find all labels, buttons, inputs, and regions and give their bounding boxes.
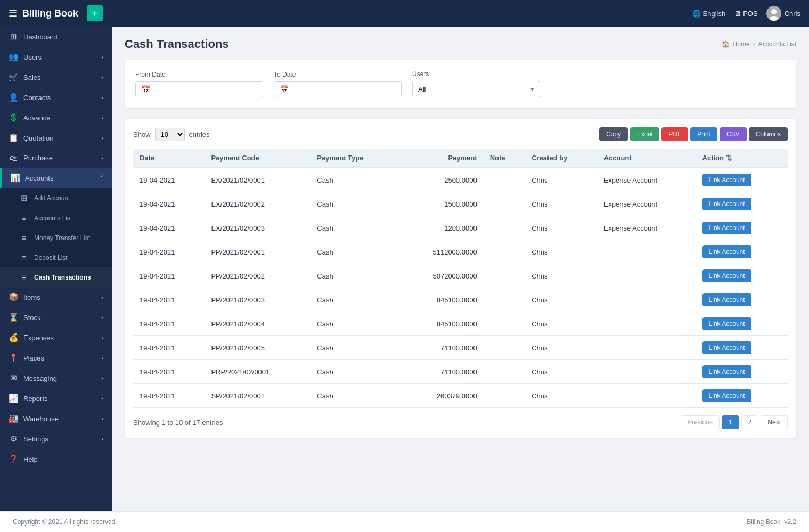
table-footer: Showing 1 to 10 of 17 entries Previous 1…: [133, 415, 788, 429]
sidebar-item-settings[interactable]: ⚙ Settings ›: [0, 429, 112, 449]
next-button[interactable]: Next: [761, 415, 788, 429]
cell-note: [484, 336, 526, 360]
prev-button[interactable]: Previous: [681, 415, 720, 429]
sidebar-item-deposit-list[interactable]: ≡ Deposit List: [0, 248, 112, 267]
show-label: Show: [133, 130, 151, 138]
csv-button[interactable]: CSV: [720, 127, 747, 141]
language-label: English: [703, 10, 726, 18]
cell-note: [484, 312, 526, 336]
cell-date: 19-04-2021: [133, 384, 205, 408]
col-payment-type: Payment Type: [310, 149, 398, 168]
copy-button[interactable]: Copy: [599, 127, 628, 141]
transactions-table: Date Payment Code Payment Type Payment N…: [133, 149, 788, 408]
cell-payment-code: EX/2021/02/0003: [205, 216, 310, 240]
cell-payment-type: Cash: [310, 264, 398, 288]
sidebar-item-stock[interactable]: ⏳ Stock ›: [0, 307, 112, 328]
users-select[interactable]: All: [413, 81, 525, 97]
link-account-button[interactable]: Link Account: [702, 269, 751, 282]
cell-payment-code: PP/2021/02/0005: [205, 336, 310, 360]
sidebar-item-messaging[interactable]: ✉ Messaging ›: [0, 368, 112, 388]
show-entries: Show 10 25 50 100 entries: [133, 128, 210, 141]
cell-created-by: Chris: [525, 360, 597, 384]
accounts-icon: 📊: [10, 173, 20, 183]
cell-payment-type: Cash: [310, 312, 398, 336]
columns-button[interactable]: Columns: [749, 127, 788, 141]
sidebar-item-advance[interactable]: 💲 Advance ›: [0, 108, 112, 128]
table-body: 19-04-2021 EX/2021/02/0001 Cash 2500.000…: [133, 168, 788, 408]
sidebar-item-accounts-list[interactable]: ≡ Accounts List: [0, 208, 112, 228]
sidebar-item-sales[interactable]: 🛒 Sales ›: [0, 67, 112, 87]
calendar-icon: 📅: [141, 85, 150, 94]
link-account-button[interactable]: Link Account: [702, 245, 751, 258]
page-title: Cash Transactions: [125, 37, 229, 51]
sidebar-item-dashboard[interactable]: ⊞ Dashboard: [0, 27, 112, 47]
link-account-button[interactable]: Link Account: [702, 198, 751, 210]
sidebar-item-label: Stock: [23, 314, 96, 322]
excel-button[interactable]: Excel: [630, 127, 659, 141]
sidebar-item-quotation[interactable]: 📋 Quotation ›: [0, 128, 112, 148]
pos-button[interactable]: 🖥 POS: [734, 10, 757, 18]
cell-date: 19-04-2021: [133, 240, 205, 264]
help-icon: ❓: [9, 454, 18, 464]
cell-account: [598, 288, 696, 312]
breadcrumb-home[interactable]: Home: [733, 40, 750, 48]
sidebar-item-help[interactable]: ❓ Help: [0, 449, 112, 469]
sidebar-item-accounts[interactable]: 📊 Accounts ˅: [0, 168, 112, 188]
link-account-button[interactable]: Link Account: [702, 365, 751, 378]
sidebar-item-items[interactable]: 📦 Items ›: [0, 287, 112, 307]
chevron-right-icon: ›: [101, 334, 103, 341]
sidebar-item-label: Dashboard: [23, 33, 103, 41]
cell-payment-code: PP/2021/02/0004: [205, 312, 310, 336]
cell-payment-type: Cash: [310, 168, 398, 192]
language-switcher[interactable]: 🌐 English: [692, 10, 726, 18]
pdf-button[interactable]: PDF: [661, 127, 688, 141]
cell-note: [484, 168, 526, 192]
page-1-button[interactable]: 1: [722, 415, 739, 429]
add-button[interactable]: +: [87, 5, 103, 21]
link-account-button[interactable]: Link Account: [702, 389, 751, 402]
cash-icon: ≡: [19, 273, 29, 282]
sidebar-item-users[interactable]: 👥 Users ›: [0, 47, 112, 67]
link-account-button[interactable]: Link Account: [702, 222, 751, 234]
hamburger-button[interactable]: ☰: [9, 7, 17, 19]
print-button[interactable]: Print: [690, 127, 717, 141]
entries-select[interactable]: 10 25 50 100: [155, 128, 185, 141]
link-account-button[interactable]: Link Account: [702, 174, 751, 186]
cell-date: 19-04-2021: [133, 336, 205, 360]
to-date-input[interactable]: [293, 86, 396, 94]
col-date: Date: [133, 149, 205, 168]
sidebar-item-label: Settings: [23, 435, 96, 443]
sidebar-item-cash-transactions[interactable]: ≡ Cash Transactions: [0, 267, 112, 287]
list-icon: ⊞: [19, 193, 29, 203]
stock-icon: ⏳: [9, 313, 18, 322]
sidebar-item-label: Users: [23, 53, 96, 61]
table-row: 19-04-2021 PP/2021/02/0004 Cash 845100.0…: [133, 312, 788, 336]
link-account-button[interactable]: Link Account: [702, 317, 751, 330]
sidebar-item-expenses[interactable]: 💰 Expenses ›: [0, 328, 112, 348]
cell-payment-code: PP/2021/02/0001: [205, 240, 310, 264]
cell-note: [484, 216, 526, 240]
sidebar-item-add-account[interactable]: ⊞ Add Account: [0, 188, 112, 208]
sidebar-item-money-transfer-list[interactable]: ≡ Money Transfer List: [0, 228, 112, 248]
link-account-button[interactable]: Link Account: [702, 341, 751, 354]
chevron-right-icon: ›: [101, 436, 103, 442]
cell-created-by: Chris: [525, 192, 597, 216]
table-card: Show 10 25 50 100 entries Copy Excel PDF…: [125, 119, 796, 438]
user-menu[interactable]: Chris: [766, 6, 800, 21]
chevron-right-icon: ›: [101, 155, 103, 161]
main-content: Cash Transactions 🏠 Home › Accounts List…: [112, 27, 809, 511]
cell-payment: 845100.0000: [398, 288, 483, 312]
sidebar-item-reports[interactable]: 📈 Reports ›: [0, 388, 112, 408]
pos-icon: 🖥: [734, 10, 741, 18]
sidebar-item-places[interactable]: 📍 Places ›: [0, 348, 112, 368]
sidebar-item-purchase[interactable]: 🛍 Purchase ›: [0, 148, 112, 168]
sidebar-item-contacts[interactable]: 👤 Contacts ›: [0, 87, 112, 108]
cell-payment: 260379.0000: [398, 384, 483, 408]
page-2-button[interactable]: 2: [741, 415, 759, 429]
sidebar-item-label: Items: [23, 293, 96, 301]
from-date-input[interactable]: [154, 86, 257, 94]
link-account-button[interactable]: Link Account: [702, 293, 751, 306]
chevron-right-icon: ›: [101, 54, 103, 60]
cell-created-by: Chris: [525, 312, 597, 336]
sidebar-item-warehouse[interactable]: 🏭 Warehouse ›: [0, 408, 112, 429]
